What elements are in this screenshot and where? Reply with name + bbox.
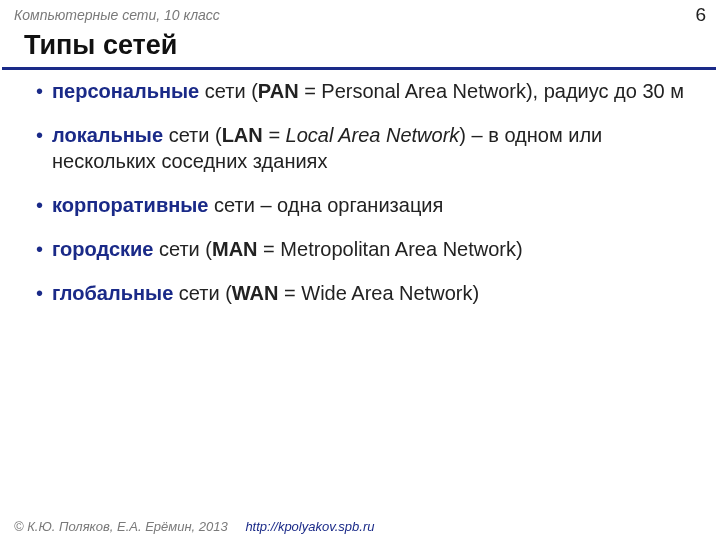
slide-footer: © К.Ю. Поляков, Е.А. Ерёмин, 2013 http:/… [14, 519, 374, 534]
term: корпоративные [52, 194, 208, 216]
abbr: MAN [212, 238, 258, 260]
term: глобальные [52, 282, 173, 304]
list-item: персональные сети (PAN = Personal Area N… [36, 78, 690, 104]
abbr: PAN [258, 80, 299, 102]
text: сети ( [163, 124, 222, 146]
content-area: персональные сети (PAN = Personal Area N… [0, 70, 720, 306]
term: локальные [52, 124, 163, 146]
text: сети – одна организация [208, 194, 443, 216]
course-name: Компьютерные сети, 10 класс [14, 7, 220, 23]
text: = Metropolitan Area Network) [258, 238, 523, 260]
list-item: городские сети (MAN = Metropolitan Area … [36, 236, 690, 262]
list-item: корпоративные сети – одна организация [36, 192, 690, 218]
abbr: WAN [232, 282, 279, 304]
list-item: локальные сети (LAN = Local Area Network… [36, 122, 690, 174]
list-item: глобальные сети (WAN = Wide Area Network… [36, 280, 690, 306]
term: персональные [52, 80, 199, 102]
text: сети ( [173, 282, 232, 304]
text: сети ( [199, 80, 258, 102]
slide-title: Типы сетей [2, 26, 716, 70]
text: сети ( [153, 238, 212, 260]
copyright: © К.Ю. Поляков, Е.А. Ерёмин, 2013 [14, 519, 228, 534]
text: = Personal Area Network), радиус до 30 м [299, 80, 684, 102]
term: городские [52, 238, 153, 260]
footer-url: http://kpolyakov.spb.ru [245, 519, 374, 534]
expansion: = Local Area Network [263, 124, 460, 146]
page-number: 6 [695, 4, 706, 26]
abbr: LAN [222, 124, 263, 146]
slide-header: Компьютерные сети, 10 класс 6 [0, 0, 720, 26]
text: = Wide Area Network) [279, 282, 480, 304]
